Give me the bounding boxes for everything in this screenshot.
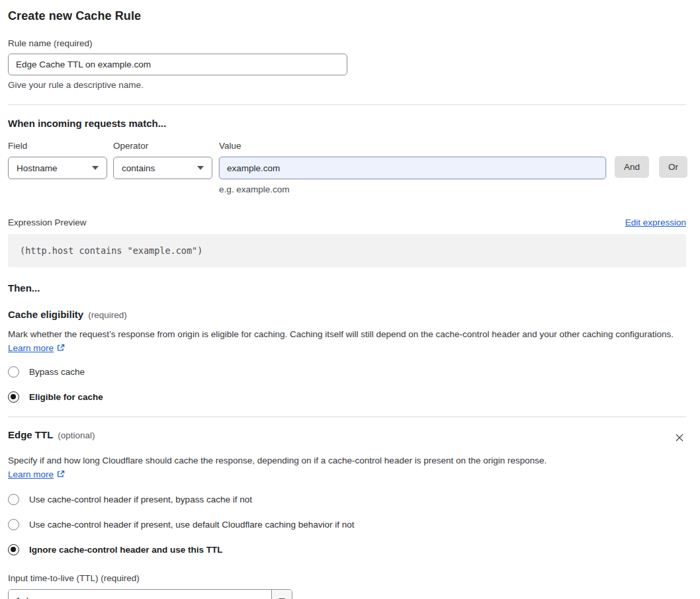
value-group: Value e.g. example.com [219, 141, 606, 194]
page-title: Create new Cache Rule [8, 9, 686, 23]
rule-name-help: Give your rule a descriptive name. [8, 80, 686, 90]
radio-use-header-default[interactable]: Use cache-control header if present, use… [8, 519, 686, 530]
external-link-icon [56, 469, 66, 479]
section-divider [8, 104, 686, 105]
ttl-dropdown-button[interactable] [271, 590, 292, 599]
ttl-input-group: Input time-to-live (TTL) (required) [8, 573, 686, 599]
then-heading: Then... [8, 282, 686, 294]
edge-ttl-description: Specify if and how long Cloudflare shoul… [8, 454, 570, 481]
rule-name-label: Rule name (required) [8, 38, 686, 48]
ttl-label: Input time-to-live (TTL) (required) [8, 573, 686, 583]
learn-more-link[interactable]: Learn more [8, 343, 54, 353]
edit-expression-link[interactable]: Edit expression [625, 218, 686, 227]
edge-ttl-header: Edge TTL (optional) [8, 429, 686, 446]
chevron-down-icon [197, 166, 204, 170]
ttl-combobox [8, 589, 292, 599]
cache-eligibility-heading: Cache eligibility [8, 309, 83, 320]
radio-use-header-bypass[interactable]: Use cache-control header if present, byp… [8, 494, 686, 505]
value-help: e.g. example.com [219, 184, 606, 194]
field-label: Field [8, 141, 107, 151]
operator-select-value: contains [122, 163, 155, 173]
expression-preview-code: (http.host contains "example.com") [8, 234, 686, 267]
match-heading: When incoming requests match... [8, 118, 686, 129]
close-icon[interactable] [673, 431, 686, 446]
and-button[interactable]: And [615, 156, 649, 178]
match-condition-row: Field Hostname Operator contains Value e… [8, 141, 686, 194]
radio-icon [8, 544, 19, 555]
value-input[interactable] [219, 157, 606, 179]
field-select[interactable]: Hostname [8, 157, 107, 179]
section-divider [8, 417, 686, 417]
logic-buttons: And Or [615, 156, 687, 178]
cache-eligibility-section: Cache eligibility (required) Mark whethe… [8, 309, 686, 403]
cache-eligibility-qualifier: (required) [88, 310, 127, 320]
radio-bypass-cache[interactable]: Bypass cache [8, 366, 686, 378]
edge-ttl-heading-row: Edge TTL (optional) [8, 429, 95, 440]
chevron-down-icon [92, 166, 99, 170]
edge-ttl-options: Use cache-control header if present, byp… [8, 494, 686, 555]
edge-ttl-heading: Edge TTL [8, 429, 53, 440]
ttl-input[interactable] [9, 590, 271, 599]
field-group: Field Hostname [8, 141, 107, 179]
operator-label: Operator [113, 141, 212, 151]
radio-label: Use cache-control header if present, byp… [29, 495, 252, 504]
radio-icon [8, 366, 19, 378]
edge-ttl-description-text: Specify if and how long Cloudflare shoul… [8, 456, 547, 465]
expression-preview-row: Expression Preview Edit expression [8, 218, 686, 227]
radio-eligible-for-cache[interactable]: Eligible for cache [8, 391, 686, 403]
value-label: Value [219, 141, 606, 151]
cache-eligibility-options: Bypass cache Eligible for cache [8, 366, 686, 403]
cache-eligibility-description: Mark whether the request’s response from… [8, 327, 678, 355]
learn-more-link[interactable]: Learn more [8, 469, 54, 479]
operator-select[interactable]: contains [113, 157, 212, 179]
cache-eligibility-description-text: Mark whether the request’s response from… [8, 329, 674, 339]
radio-label: Bypass cache [29, 367, 85, 377]
radio-ignore-header-use-ttl[interactable]: Ignore cache-control header and use this… [8, 544, 686, 555]
radio-label: Ignore cache-control header and use this… [29, 545, 223, 555]
radio-label: Use cache-control header if present, use… [29, 520, 355, 530]
radio-icon [8, 494, 19, 505]
external-link-icon [56, 343, 66, 352]
radio-label: Eligible for cache [29, 392, 103, 402]
edge-ttl-section: Edge TTL (optional) Specify if and how l… [8, 429, 686, 599]
or-button[interactable]: Or [659, 156, 687, 178]
cache-eligibility-heading-row: Cache eligibility (required) [8, 309, 686, 320]
field-select-value: Hostname [17, 163, 58, 173]
radio-icon [8, 391, 19, 403]
rule-name-group: Rule name (required) Give your rule a de… [8, 38, 686, 90]
rule-name-input[interactable] [8, 54, 347, 75]
edge-ttl-qualifier: (optional) [58, 430, 95, 440]
radio-icon [8, 519, 19, 530]
expression-preview-label: Expression Preview [8, 218, 87, 227]
create-cache-rule-page: Create new Cache Rule Rule name (require… [0, 0, 700, 599]
operator-group: Operator contains [113, 141, 212, 179]
